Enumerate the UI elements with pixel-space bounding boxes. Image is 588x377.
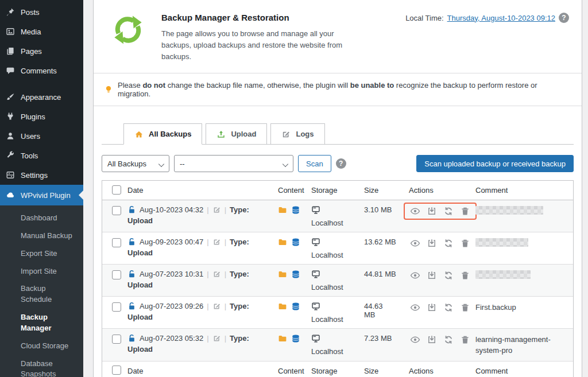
notice-bar: Please do not change the backup file nam… [94,73,582,106]
sidebar-item-plugins[interactable]: Plugins [0,107,83,126]
sidebar-item-users[interactable]: Users [0,126,83,146]
wrench-icon [5,150,16,161]
submenu-item-database-snapshots[interactable]: Database Snapshots [0,355,83,377]
lightbulb-icon [104,85,113,94]
row-checkbox[interactable] [112,270,121,279]
table-header-row: Date Content Storage Size Actions Commen… [102,181,573,200]
download-icon[interactable] [427,206,437,216]
delete-trash-icon[interactable] [460,270,470,281]
sidebar-item-pages[interactable]: Pages [0,41,83,61]
table-row: Aug-10-2023 04:32||Type: Upload Localhos… [102,200,573,232]
submenu-item-backup-manager[interactable]: Backup Manager [0,309,83,337]
localhost-monitor-icon [311,334,320,343]
sidebar-item-tools[interactable]: Tools [0,146,83,165]
download-icon[interactable] [427,335,437,345]
database-icon[interactable] [291,302,300,311]
folder-icon[interactable] [278,238,287,247]
sidebar-item-comments[interactable]: Comments [0,61,83,80]
folder-icon[interactable] [278,270,287,279]
tab-all-backups[interactable]: All Backups [123,123,202,145]
tab-logs[interactable]: Logs [270,123,324,145]
submenu-item-manual-backup[interactable]: Manual Backup [0,227,83,245]
database-icon[interactable] [291,334,300,343]
view-log-eye-icon[interactable] [410,206,420,216]
storage-name: Localhost [311,347,355,356]
comment-bubble-icon [5,65,16,76]
main-content: Backup Manager & Restoration The page al… [83,0,588,377]
sidebar-item-label: Comments [21,67,57,75]
backup-type: Upload [127,216,269,225]
backup-type: Upload [127,313,269,321]
table-row: Aug-07-2023 10:31||Type: Upload Localhos… [102,264,573,296]
restore-sync-icon[interactable] [443,238,454,248]
edit-comment-icon[interactable] [212,238,221,246]
column-header-actions: Actions [404,361,471,377]
edit-comment-icon[interactable] [212,302,221,310]
restore-sync-icon[interactable] [443,270,454,281]
view-log-eye-icon[interactable] [410,238,420,248]
lock-open-icon [127,334,136,343]
sidebar-item-settings[interactable]: Settings [0,165,83,185]
row-checkbox[interactable] [112,302,121,312]
backups-table: Date Content Storage Size Actions Commen… [102,180,574,377]
help-icon[interactable]: ? [336,158,346,169]
download-icon[interactable] [427,302,437,313]
localhost-monitor-icon [311,205,320,215]
backup-type-select[interactable]: All Backups [102,155,169,172]
database-icon[interactable] [291,270,300,279]
view-log-eye-icon[interactable] [410,335,420,345]
storage-select[interactable]: -- [174,155,293,172]
local-time-link[interactable]: Thursday, August-10-2023 09:12 [447,14,555,22]
restore-sync-icon[interactable] [443,206,454,216]
folder-icon[interactable] [278,205,287,215]
submenu-item-backup-schedule[interactable]: Backup Schedule [0,280,83,309]
select-all-checkbox[interactable] [112,185,121,195]
sidebar-item-wpvivid-plugin[interactable]: WPvivid Plugin [0,185,83,205]
row-checkbox[interactable] [112,335,121,344]
scan-uploaded-backup-button[interactable]: Scan uploaded backup or received backup [416,155,574,172]
sidebar-item-media[interactable]: Media [0,22,83,41]
download-icon[interactable] [427,238,437,248]
edit-comment-icon[interactable] [212,205,221,214]
submenu-item-cloud-storage[interactable]: Cloud Storage [0,337,83,355]
column-header-storage: Storage [307,181,359,200]
redacted-comment [475,206,543,215]
database-icon[interactable] [291,205,300,215]
folder-icon[interactable] [278,302,287,311]
delete-trash-icon[interactable] [460,335,470,345]
redacted-comment [475,238,528,247]
sidebar-item-appearance[interactable]: Appearance [0,87,83,107]
upload-icon [216,130,226,139]
delete-trash-icon[interactable] [460,238,470,248]
view-log-eye-icon[interactable] [410,270,420,281]
backup-type: Upload [127,345,269,353]
column-header-date: Date [123,361,273,377]
admin-sidebar: Posts Media Pages Comments Appearance Pl… [0,0,83,377]
row-checkbox[interactable] [112,238,121,247]
submenu-item-export-site[interactable]: Export Site [0,245,83,263]
download-icon[interactable] [427,270,437,281]
submenu-item-import-site[interactable]: Import Site [0,263,83,281]
cloud-icon [5,190,16,200]
delete-trash-icon[interactable] [460,302,470,313]
delete-trash-icon[interactable] [460,206,470,216]
edit-comment-icon[interactable] [212,334,221,343]
sidebar-item-posts[interactable]: Posts [0,2,83,22]
scan-button[interactable]: Scan [298,155,331,172]
view-log-eye-icon[interactable] [410,302,420,313]
edit-comment-icon[interactable] [212,270,221,278]
lock-open-icon [127,302,136,310]
database-icon[interactable] [291,238,300,247]
select-all-checkbox[interactable] [112,366,121,375]
sidebar-item-label: WPvivid Plugin [21,191,71,200]
help-icon[interactable]: ? [559,13,569,23]
restore-sync-icon[interactable] [443,335,454,345]
sidebar-item-label: Posts [21,8,40,17]
row-checkbox[interactable] [112,206,121,215]
plug-icon [5,111,16,122]
backup-manager-panel: Backup Manager & Restoration The page al… [93,0,582,377]
tab-upload[interactable]: Upload [206,123,267,145]
folder-icon[interactable] [278,334,287,343]
restore-sync-icon[interactable] [443,302,454,313]
submenu-item-dashboard[interactable]: Dashboard [0,209,83,227]
